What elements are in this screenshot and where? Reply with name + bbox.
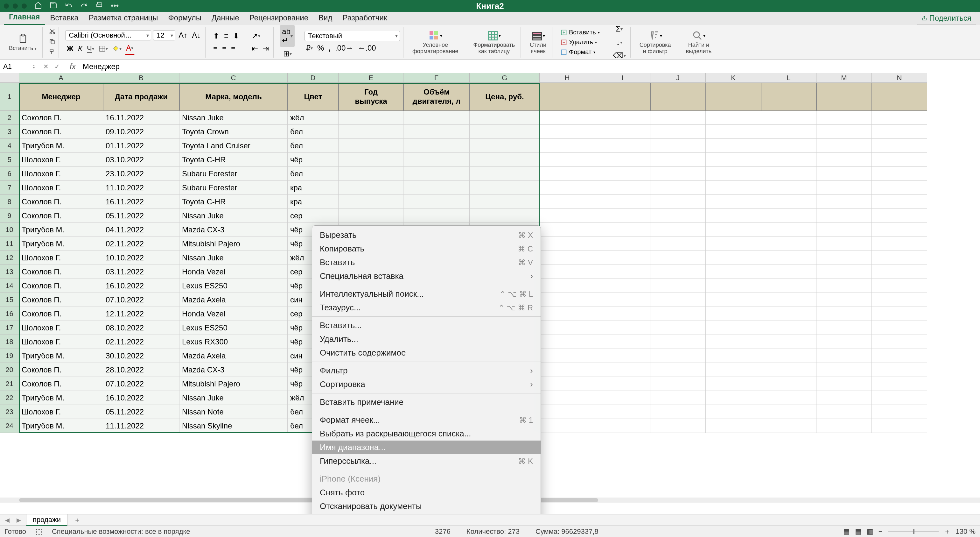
data-cell[interactable]: Тригубов М. [19,139,103,153]
data-cell[interactable] [539,349,595,363]
data-cell[interactable]: Honda Vezel [180,265,288,279]
cut-icon[interactable] [49,28,56,37]
col-header[interactable]: E [339,73,404,83]
data-cell[interactable] [404,153,469,167]
header-cell[interactable] [539,83,595,111]
cm-thesaurus[interactable]: Тезаурус...⌃ ⌥ ⌘ R [312,301,541,314]
data-cell[interactable] [816,251,872,265]
data-cell[interactable] [761,125,816,139]
data-cell[interactable] [595,349,651,363]
data-cell[interactable]: 11.11.2022 [103,419,180,433]
percent-icon[interactable]: % [316,42,325,54]
data-cell[interactable] [651,195,706,209]
find-select-button[interactable]: ▾ Найти и выделить [684,29,714,56]
data-cell[interactable] [706,251,761,265]
data-cell[interactable] [816,237,872,251]
header-cell[interactable] [816,83,872,111]
data-cell[interactable] [404,111,469,125]
data-cell[interactable] [651,293,706,307]
sheet-tab[interactable]: продажи [26,514,67,526]
data-cell[interactable] [404,181,469,195]
data-cell[interactable] [339,111,404,125]
comma-icon[interactable]: , [327,42,332,54]
data-cell[interactable] [539,237,595,251]
data-cell[interactable] [404,209,469,223]
zoom-level[interactable]: 130 % [956,527,975,536]
data-cell[interactable]: 12.11.2022 [103,307,180,321]
paste-button[interactable]: Вставить [6,32,39,53]
view-pagebreak-icon[interactable]: ▥ [867,527,873,536]
data-cell[interactable] [595,167,651,181]
data-cell[interactable] [651,181,706,195]
col-header[interactable]: I [595,73,651,83]
data-cell[interactable]: Тригубов М. [19,391,103,405]
data-cell[interactable]: 05.11.2022 [103,405,180,419]
data-cell[interactable]: Тригубов М. [19,223,103,237]
cm-sort[interactable]: Сортировка› [312,378,541,391]
data-cell[interactable]: Mazda Axela [180,293,288,307]
data-cell[interactable]: Lexus RX300 [180,335,288,349]
data-cell[interactable]: кра [288,195,339,209]
underline-icon[interactable]: Ч [86,43,95,54]
align-left-icon[interactable]: ≡ [212,43,219,54]
data-cell[interactable] [469,209,539,223]
copy-icon[interactable] [49,38,56,47]
data-cell[interactable]: Соколов П. [19,279,103,293]
enter-icon[interactable]: ✓ [54,63,60,70]
data-cell[interactable] [539,265,595,279]
data-cell[interactable] [339,153,404,167]
row-header[interactable]: 19 [0,349,19,363]
data-cell[interactable]: Honda Vezel [180,307,288,321]
data-cell[interactable] [339,167,404,181]
data-cell[interactable] [539,405,595,419]
insert-cells-button[interactable]: Вставить▾ [559,28,602,37]
save-icon[interactable] [49,1,57,11]
row-header[interactable]: 23 [0,405,19,419]
data-cell[interactable] [761,321,816,335]
data-cell[interactable] [651,153,706,167]
data-cell[interactable]: Mazda Axela [180,349,288,363]
data-cell[interactable] [651,419,706,433]
data-cell[interactable] [539,111,595,125]
data-cell[interactable] [651,349,706,363]
data-cell[interactable]: Шолохов Г. [19,181,103,195]
tab-developer[interactable]: Разработчик [337,11,392,25]
data-cell[interactable] [339,209,404,223]
data-cell[interactable] [761,377,816,391]
data-cell[interactable]: Шолохов Г. [19,153,103,167]
row-header[interactable]: 17 [0,321,19,335]
data-cell[interactable] [816,181,872,195]
data-cell[interactable] [872,363,927,377]
data-cell[interactable] [469,195,539,209]
data-cell[interactable]: Toyota Land Cruiser [180,139,288,153]
conditional-format-button[interactable]: ▾ Условное форматирование [410,29,461,56]
data-cell[interactable] [539,251,595,265]
data-cell[interactable] [651,167,706,181]
data-cell[interactable] [761,167,816,181]
data-cell[interactable] [706,405,761,419]
cm-cut[interactable]: Вырезать⌘ X [312,228,541,242]
data-cell[interactable] [539,279,595,293]
col-header[interactable]: J [651,73,706,83]
select-all-corner[interactable] [0,73,19,83]
row-header[interactable]: 9 [0,209,19,223]
data-cell[interactable] [539,293,595,307]
row-header[interactable]: 1 [0,83,19,111]
row-header[interactable]: 14 [0,279,19,293]
data-cell[interactable]: Lexus ES250 [180,321,288,335]
row-header[interactable]: 24 [0,419,19,433]
font-name-select[interactable]: Calibri (Основной… [65,30,151,40]
data-cell[interactable] [651,307,706,321]
data-cell[interactable] [651,209,706,223]
formula-input[interactable]: Менеджер [80,62,980,71]
data-cell[interactable]: Nissan Juke [180,391,288,405]
data-cell[interactable]: Шолохов Г. [19,405,103,419]
row-header[interactable]: 8 [0,195,19,209]
data-cell[interactable] [595,209,651,223]
cm-pick-list[interactable]: Выбрать из раскрывающегося списка... [312,427,541,441]
data-cell[interactable]: 23.10.2022 [103,167,180,181]
data-cell[interactable] [595,377,651,391]
data-cell[interactable] [539,321,595,335]
data-cell[interactable]: Шолохов Г. [19,335,103,349]
increase-decimal-icon[interactable]: .00→ [334,42,355,54]
